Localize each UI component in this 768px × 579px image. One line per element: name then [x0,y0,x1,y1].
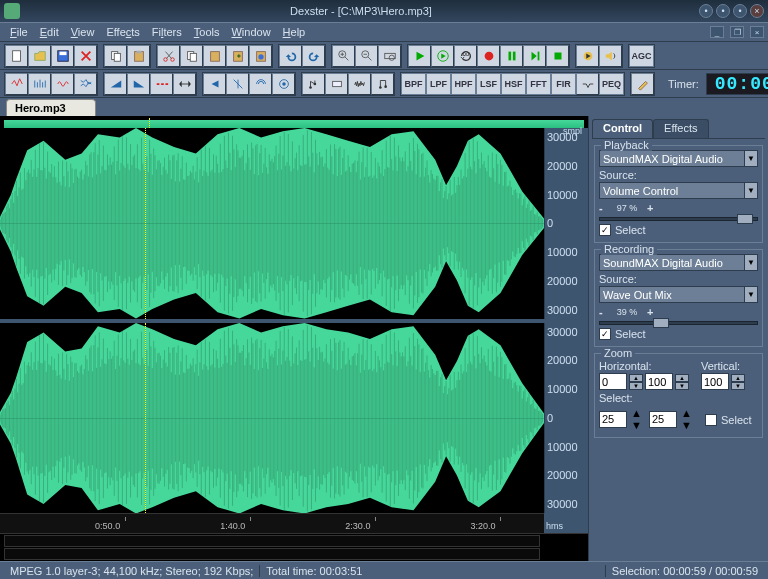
waveform-overview[interactable] [4,120,584,128]
fx-notes-icon[interactable] [371,73,394,95]
fx-delay-icon[interactable] [150,73,173,95]
menu-view[interactable]: View [65,25,101,39]
undo-icon[interactable] [279,45,302,67]
recording-source-select[interactable] [599,286,744,303]
spin-up[interactable]: ▲ [629,374,643,382]
preview-icon[interactable] [576,45,599,67]
fx-fade-in-icon[interactable] [104,73,127,95]
play-sel-icon[interactable] [431,45,454,67]
delete-icon[interactable] [74,45,97,67]
filter-peq[interactable]: PEQ [599,73,624,95]
spin-up[interactable]: ▲ [631,407,645,419]
spin-down[interactable]: ▼ [675,382,689,390]
spin-down[interactable]: ▼ [629,382,643,390]
fx-stretch-icon[interactable] [173,73,196,95]
chevron-down-icon[interactable]: ▼ [744,286,758,303]
fx-fade-out-icon[interactable] [127,73,150,95]
recording-select-checkbox[interactable]: ✓ [599,328,611,340]
paste-new-icon[interactable] [226,45,249,67]
spin-up[interactable]: ▲ [731,374,745,382]
nav-track-2[interactable] [4,548,540,560]
menu-window[interactable]: Window [225,25,276,39]
titlebar-btn-2[interactable]: • [716,4,730,18]
menu-file[interactable]: File [4,25,34,39]
filter-hpf[interactable]: HPF [451,73,476,95]
fx-echo-icon[interactable] [249,73,272,95]
chevron-down-icon[interactable]: ▼ [744,150,758,167]
copy2-icon[interactable] [180,45,203,67]
recording-device-select[interactable] [599,254,744,271]
zoom-in-icon[interactable] [332,45,355,67]
playback-device-select[interactable] [599,150,744,167]
fx-vibrato-icon[interactable] [51,73,74,95]
fx-insert-silence-icon[interactable] [325,73,348,95]
next-icon[interactable] [523,45,546,67]
waveform-right[interactable] [0,323,544,514]
tab-control[interactable]: Control [592,119,653,138]
fx-amplify-icon[interactable] [5,73,28,95]
open-icon[interactable] [28,45,51,67]
mdi-minimize[interactable]: _ [710,26,724,38]
zoom-select-checkbox[interactable] [705,414,717,426]
pause-icon[interactable] [500,45,523,67]
recording-volume-slider[interactable] [599,321,758,325]
menu-effects[interactable]: Effects [100,25,145,39]
playback-select-checkbox[interactable]: ✓ [599,224,611,236]
save-icon[interactable] [51,45,74,67]
menu-help[interactable]: Help [277,25,312,39]
play-icon[interactable] [408,45,431,67]
zoom-sel-icon[interactable] [378,45,401,67]
spin-down[interactable]: ▼ [631,419,645,431]
record-icon[interactable] [477,45,500,67]
fx-normalize-icon[interactable] [28,73,51,95]
mix-paste-icon[interactable] [249,45,272,67]
menu-tools[interactable]: Tools [188,25,226,39]
zoom-h-start[interactable] [599,373,627,390]
spin-down[interactable]: ▼ [681,419,695,431]
zoom-h-end[interactable] [645,373,673,390]
paste2-icon[interactable] [203,45,226,67]
fx-pitch-icon[interactable] [302,73,325,95]
filter-fir[interactable]: FIR [551,73,576,95]
filter-lpf[interactable]: LPF [426,73,451,95]
titlebar-close[interactable]: × [750,4,764,18]
zoom-sel-end[interactable] [649,411,677,428]
redo-icon[interactable] [302,45,325,67]
fx-reverb-icon[interactable] [272,73,295,95]
copy-icon[interactable] [104,45,127,67]
paste-icon[interactable] [127,45,150,67]
playback-source-select[interactable] [599,182,744,199]
spin-up[interactable]: ▲ [675,374,689,382]
filter-fft[interactable]: FFT [526,73,551,95]
channel-right[interactable]: 30000 20000 10000 0 10000 20000 30000 [0,319,588,514]
marker-icon[interactable] [631,73,654,95]
titlebar-btn-1[interactable]: • [699,4,713,18]
filter-hsf[interactable]: HSF [501,73,526,95]
new-icon[interactable] [5,45,28,67]
fx-reverse-icon[interactable] [203,73,226,95]
menu-edit[interactable]: Edit [34,25,65,39]
speaker-icon[interactable] [599,45,622,67]
spin-down[interactable]: ▼ [731,382,745,390]
nav-track-1[interactable] [4,535,540,547]
fx-noise-icon[interactable] [348,73,371,95]
filter-lsf[interactable]: LSF [476,73,501,95]
file-tab[interactable]: Hero.mp3 [6,99,96,116]
tab-effects[interactable]: Effects [653,119,708,138]
menu-filters[interactable]: Filters [146,25,188,39]
zoom-out-icon[interactable] [355,45,378,67]
fx-compress-icon[interactable] [74,73,97,95]
mdi-restore[interactable]: ❐ [730,26,744,38]
channel-left[interactable]: smpl 30000 20000 10000 0 10000 20000 300… [0,128,588,319]
waveform-left[interactable] [0,128,544,319]
chevron-down-icon[interactable]: ▼ [744,182,758,199]
fx-invert-icon[interactable] [226,73,249,95]
stop-icon[interactable] [546,45,569,67]
agc-button[interactable]: AGC [629,45,654,67]
filter-notch-icon[interactable] [576,73,599,95]
chevron-down-icon[interactable]: ▼ [744,254,758,271]
loop-icon[interactable]: ∞ [454,45,477,67]
zoom-sel-start[interactable] [599,411,627,428]
titlebar-btn-3[interactable]: • [733,4,747,18]
zoom-v-end[interactable] [701,373,729,390]
